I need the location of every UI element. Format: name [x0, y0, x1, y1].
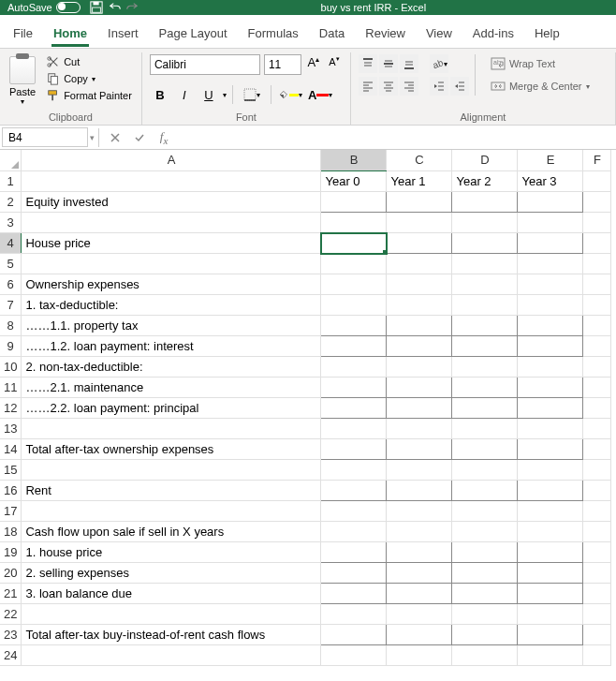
cell[interactable]: [22, 501, 321, 522]
cell[interactable]: [321, 336, 387, 357]
row-header[interactable]: 1: [0, 171, 22, 192]
row-header[interactable]: 16: [0, 481, 22, 501]
cell[interactable]: House price: [22, 233, 321, 254]
row-header[interactable]: 2: [0, 192, 22, 213]
font-size-input[interactable]: [264, 54, 301, 75]
cell[interactable]: [387, 192, 452, 213]
cell[interactable]: [387, 481, 452, 501]
cell[interactable]: [452, 604, 518, 625]
cell[interactable]: [452, 563, 518, 584]
cell[interactable]: [518, 357, 583, 378]
font-color-button[interactable]: A ▾: [307, 84, 333, 105]
cell[interactable]: [518, 439, 583, 460]
italic-button[interactable]: I: [174, 84, 195, 105]
grid[interactable]: A B C D E F 1 Year 0 Year 1 Year 2 Year …: [0, 150, 611, 666]
row-header[interactable]: 15: [0, 460, 22, 481]
cell[interactable]: [518, 522, 583, 542]
cell[interactable]: 2. non-tax-deductible:: [22, 357, 321, 378]
cell[interactable]: [22, 645, 321, 666]
col-header-A[interactable]: A: [22, 150, 321, 171]
cell[interactable]: [321, 357, 387, 378]
cell[interactable]: [321, 584, 387, 604]
cell[interactable]: [452, 501, 518, 522]
cell[interactable]: [518, 378, 583, 398]
cell[interactable]: ……2.1. maintenance: [22, 378, 321, 398]
cell[interactable]: [321, 192, 387, 213]
cell[interactable]: [321, 295, 387, 316]
cell[interactable]: Rent: [22, 481, 321, 501]
cell[interactable]: [583, 625, 611, 645]
row-header[interactable]: 3: [0, 213, 22, 233]
cell[interactable]: [452, 460, 518, 481]
increase-font-icon[interactable]: A▴: [305, 54, 322, 73]
cell[interactable]: [452, 357, 518, 378]
row-header[interactable]: 9: [0, 336, 22, 357]
cell[interactable]: [583, 398, 611, 419]
cell[interactable]: [321, 274, 387, 295]
row-header[interactable]: 17: [0, 501, 22, 522]
align-center-button[interactable]: [379, 77, 398, 96]
col-header-B[interactable]: B: [321, 150, 387, 171]
cell[interactable]: [518, 501, 583, 522]
align-right-button[interactable]: [400, 77, 418, 96]
cell[interactable]: [583, 254, 611, 274]
redo-icon[interactable]: [125, 1, 139, 14]
cell[interactable]: [387, 336, 452, 357]
cell[interactable]: [518, 192, 583, 213]
cell[interactable]: [518, 419, 583, 439]
row-header[interactable]: 4: [0, 233, 22, 254]
cell[interactable]: 2. selling expenses: [22, 563, 321, 584]
row-header[interactable]: 20: [0, 563, 22, 584]
merge-center-button[interactable]: Merge & Center ▾: [489, 77, 592, 96]
cell[interactable]: [452, 274, 518, 295]
cell[interactable]: [452, 398, 518, 419]
cell[interactable]: 1. house price: [22, 542, 321, 563]
cell[interactable]: [387, 357, 452, 378]
cell[interactable]: [321, 522, 387, 542]
cell[interactable]: [452, 336, 518, 357]
cell[interactable]: [452, 192, 518, 213]
formula-input[interactable]: [176, 126, 616, 149]
undo-icon[interactable]: [109, 1, 122, 14]
cell[interactable]: [583, 336, 611, 357]
cell[interactable]: Equity invested: [22, 192, 321, 213]
row-header[interactable]: 7: [0, 295, 22, 316]
cell[interactable]: Cash flow upon sale if sell in X years: [22, 522, 321, 542]
row-header[interactable]: 6: [0, 274, 22, 295]
orientation-button[interactable]: ab▾: [430, 54, 448, 73]
cell[interactable]: [583, 542, 611, 563]
cell[interactable]: [22, 460, 321, 481]
cell[interactable]: [321, 460, 387, 481]
cell[interactable]: [452, 316, 518, 336]
cell[interactable]: [22, 604, 321, 625]
cell[interactable]: [583, 439, 611, 460]
tab-review[interactable]: Review: [363, 22, 407, 44]
row-header[interactable]: 11: [0, 378, 22, 398]
cell[interactable]: [452, 522, 518, 542]
tab-data[interactable]: Data: [317, 22, 346, 44]
cell[interactable]: [452, 439, 518, 460]
cell[interactable]: [518, 254, 583, 274]
cell[interactable]: [518, 274, 583, 295]
row-header[interactable]: 24: [0, 645, 22, 666]
cell[interactable]: [583, 563, 611, 584]
cell[interactable]: [452, 584, 518, 604]
decrease-font-icon[interactable]: A▾: [326, 54, 343, 73]
row-header[interactable]: 8: [0, 316, 22, 336]
cell[interactable]: [321, 501, 387, 522]
cell[interactable]: [452, 378, 518, 398]
cell[interactable]: [321, 378, 387, 398]
tab-formulas[interactable]: Formulas: [246, 22, 301, 44]
cell[interactable]: [518, 460, 583, 481]
paste-button[interactable]: Paste ▾: [7, 54, 37, 108]
row-header[interactable]: 5: [0, 254, 22, 274]
cell[interactable]: [22, 213, 321, 233]
format-painter-button[interactable]: Format Painter: [45, 88, 134, 103]
cell[interactable]: [22, 171, 321, 192]
cell[interactable]: [321, 316, 387, 336]
cell[interactable]: [583, 460, 611, 481]
copy-button[interactable]: Copy ▾: [45, 71, 134, 86]
save-icon[interactable]: [90, 1, 103, 14]
underline-button[interactable]: U: [198, 84, 219, 105]
select-all-corner[interactable]: [0, 150, 22, 171]
